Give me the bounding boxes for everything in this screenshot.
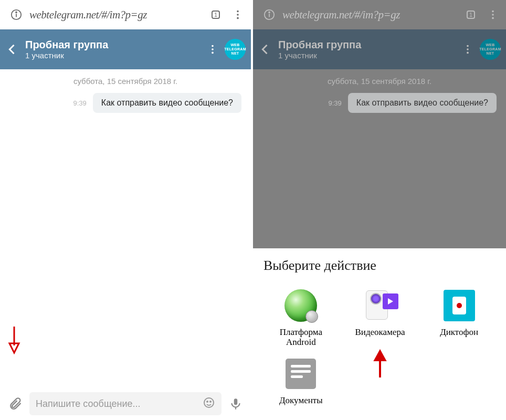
svg-point-24 bbox=[467, 52, 469, 54]
message-row: 9:39 Как отправить видео сообщение? bbox=[0, 91, 251, 113]
action-sheet: Выберите действие Платформа Android Виде… bbox=[253, 248, 506, 420]
chat-header[interactable]: Пробная группа 1 участник WEB TELEGRAM N… bbox=[0, 29, 251, 69]
svg-point-20 bbox=[492, 14, 494, 16]
action-label: Платформа Android bbox=[280, 327, 322, 347]
browser-menu-icon bbox=[484, 6, 502, 24]
back-icon bbox=[256, 40, 274, 58]
svg-point-21 bbox=[492, 17, 494, 19]
chat-subtitle: 1 участник bbox=[278, 51, 456, 60]
chat-title-block: Пробная группа 1 участник bbox=[24, 39, 201, 60]
documents-icon bbox=[283, 356, 318, 391]
url-text: webtelegram.net/#/im?p=gz bbox=[282, 8, 458, 22]
info-icon bbox=[260, 6, 278, 24]
action-documents[interactable]: Документы bbox=[279, 356, 323, 405]
url-text[interactable]: webtelegram.net/#/im?p=gz bbox=[29, 8, 203, 22]
camcorder-icon bbox=[363, 288, 397, 323]
tabs-icon: 1 bbox=[462, 6, 480, 24]
chat-menu-icon bbox=[459, 40, 477, 58]
svg-point-12 bbox=[207, 401, 208, 402]
svg-point-22 bbox=[467, 45, 469, 47]
action-grid: Платформа Android Видеокамера Диктофон bbox=[263, 288, 497, 405]
browser-topbar-dim: webtelegram.net/#/im?p=gz 1 bbox=[253, 0, 506, 29]
chat-menu-icon[interactable] bbox=[204, 40, 222, 58]
sheet-title: Выберите действие bbox=[263, 258, 497, 274]
chat-title: Пробная группа bbox=[278, 39, 456, 51]
avatar: WEB TELEGRAM NET bbox=[480, 39, 501, 60]
annotation-arrow-attach bbox=[6, 326, 22, 355]
action-android[interactable]: Платформа Android bbox=[280, 288, 322, 347]
svg-point-19 bbox=[492, 10, 494, 13]
date-separator: суббота, 15 сентября 2018 г. bbox=[0, 69, 251, 91]
svg-point-13 bbox=[210, 401, 211, 402]
info-icon[interactable] bbox=[7, 6, 25, 24]
chat-title-block: Пробная группа 1 участник bbox=[277, 39, 456, 60]
composer: Напишите сообщение... bbox=[0, 387, 251, 420]
svg-point-6 bbox=[237, 14, 239, 16]
svg-point-8 bbox=[212, 45, 214, 47]
message-time: 9:39 bbox=[329, 99, 342, 107]
svg-point-10 bbox=[212, 52, 214, 54]
pane-left: webtelegram.net/#/im?p=gz 1 Пробная груп… bbox=[0, 0, 253, 420]
input-placeholder: Напишите сообщение... bbox=[36, 398, 141, 410]
emoji-icon[interactable] bbox=[203, 396, 215, 412]
chat-header-dim: Пробная группа 1 участник WEB TELEGRAM N… bbox=[253, 29, 506, 69]
svg-point-16 bbox=[269, 12, 270, 13]
chat-title: Пробная группа bbox=[25, 39, 201, 51]
message-time: 9:39 bbox=[73, 99, 87, 107]
annotation-arrow-camcorder bbox=[370, 349, 390, 379]
svg-point-9 bbox=[212, 48, 214, 50]
date-separator: суббота, 15 сентября 2018 г. bbox=[253, 69, 506, 91]
avatar[interactable]: WEB TELEGRAM NET bbox=[225, 39, 246, 60]
message-row: 9:39 Как отправить видео сообщение? bbox=[253, 91, 506, 113]
attach-icon[interactable] bbox=[6, 395, 24, 413]
android-icon bbox=[283, 288, 318, 323]
svg-point-11 bbox=[204, 398, 214, 407]
svg-point-2 bbox=[16, 12, 17, 13]
action-label: Видеокамера bbox=[355, 327, 405, 337]
message-input[interactable]: Напишите сообщение... bbox=[29, 392, 222, 415]
mic-icon[interactable] bbox=[227, 395, 245, 413]
chat-subtitle: 1 участник bbox=[25, 51, 201, 60]
action-label: Диктофон bbox=[440, 327, 478, 337]
action-label: Документы bbox=[279, 395, 323, 405]
back-icon[interactable] bbox=[3, 40, 21, 58]
svg-point-7 bbox=[237, 17, 239, 19]
svg-text:1: 1 bbox=[214, 12, 217, 18]
chat-area: суббота, 15 сентября 2018 г. 9:39 Как от… bbox=[0, 69, 251, 387]
message-bubble[interactable]: Как отправить видео сообщение? bbox=[93, 93, 241, 113]
browser-menu-icon[interactable] bbox=[229, 6, 247, 24]
message-bubble: Как отправить видео сообщение? bbox=[348, 93, 497, 113]
svg-point-5 bbox=[237, 10, 239, 13]
svg-text:1: 1 bbox=[469, 12, 472, 18]
action-dictaphone[interactable]: Диктофон bbox=[440, 288, 478, 347]
svg-point-23 bbox=[467, 48, 469, 50]
action-camcorder[interactable]: Видеокамера bbox=[355, 288, 405, 347]
browser-topbar: webtelegram.net/#/im?p=gz 1 bbox=[0, 0, 251, 29]
dictaphone-icon bbox=[442, 288, 477, 323]
pane-right: webtelegram.net/#/im?p=gz 1 Пробная груп… bbox=[253, 0, 506, 420]
tabs-icon[interactable]: 1 bbox=[207, 6, 225, 24]
